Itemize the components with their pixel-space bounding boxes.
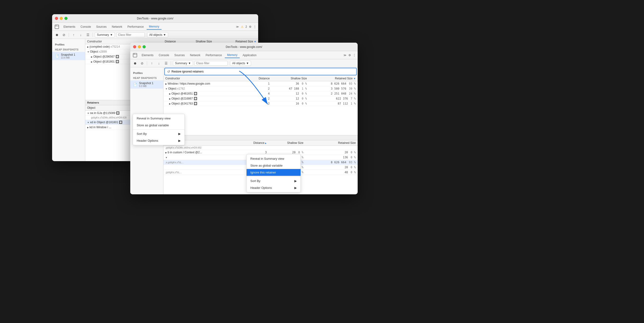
tab-sources-back[interactable]: Sources — [94, 24, 109, 29]
separator-1-front — [147, 61, 147, 65]
tab-performance-back[interactable]: Performance — [125, 24, 146, 29]
devtools-logo-back — [54, 24, 60, 30]
restore-icon: ↺ — [167, 70, 170, 74]
snapshot-item-back[interactable]: 📄 Snapshot 1 13.6 MB — [52, 52, 85, 60]
more-tabs-icon-front[interactable]: ≫ — [344, 54, 346, 57]
col-shallow-front: Shallow Size — [272, 76, 309, 81]
tab-application-front[interactable]: Application — [240, 53, 259, 58]
download-button-back[interactable]: ↓ — [78, 32, 84, 38]
submenu-arrow-sortby-front: ▶ — [294, 179, 297, 183]
tab-console-back[interactable]: Console — [78, 24, 93, 29]
tab-performance-front[interactable]: Performance — [203, 53, 224, 58]
distance-cell: 1 — [246, 81, 272, 86]
distance-cell: 2 — [246, 101, 272, 106]
summary-dropdown-front[interactable]: Summary ▼ — [173, 61, 193, 66]
constructor-cell: ▶Object @461651 🔲 — [164, 91, 246, 96]
tab-memory-front[interactable]: Memory — [225, 52, 240, 58]
maximize-button-back[interactable] — [64, 17, 68, 20]
all-objects-dropdown-front[interactable]: All objects ▼ — [230, 61, 251, 66]
window-title-front: DevTools - www.google.com/ — [226, 45, 262, 49]
tab-bar-back: Elements Console Sources Network Perform… — [52, 23, 258, 31]
record-button-front[interactable]: ⏺ — [132, 61, 138, 66]
distance-cell: 4 — [246, 91, 272, 96]
tab-console-front[interactable]: Console — [156, 53, 172, 58]
profiles-title-back: Profiles — [52, 41, 85, 47]
snapshot-item-front[interactable]: 📄 Snapshot 1 9.3 MB — [130, 80, 163, 89]
upload-button-back[interactable]: ↑ — [71, 32, 76, 38]
clear-button-front[interactable]: ⊘ — [139, 61, 145, 66]
download-button-front[interactable]: ↓ — [156, 61, 162, 66]
maximize-button-front[interactable] — [142, 45, 146, 48]
menu-item-store-back[interactable]: Store as global variable — [133, 122, 184, 129]
retainer-cell: ▼ — [164, 155, 237, 160]
menu-item-reveal-front[interactable]: Reveal in Summary view — [246, 155, 300, 162]
constructor-cell: ▶Object @241763 🔲 — [164, 101, 246, 106]
retainer-cell: ,gddgKe,sTsL... — [164, 170, 237, 175]
restore-ignored-banner[interactable]: ↺ Restore ignored retainers — [164, 68, 357, 75]
menu-item-sortby-front[interactable]: Sort By ▶ — [246, 177, 300, 184]
constructor-table-front: Constructor Distance Shallow Size Retain… — [164, 76, 358, 106]
settings-icon-back[interactable]: ⚙ — [249, 25, 252, 29]
retainer-cell: ,e,gddgKe,sTsL... — [164, 160, 237, 165]
more-tabs-icon-back[interactable]: ≫ — [236, 25, 239, 29]
retainer-cell: ,gddgKe,sTsDMc,dtl0hd,eHDfl:992 — [164, 146, 237, 150]
record-button-back[interactable]: ⏺ — [54, 32, 60, 38]
chevron-down-icon-2-back: ▼ — [163, 33, 166, 37]
separator-2-front — [171, 61, 171, 65]
table-row[interactable]: ▼Object x1782 2 47 188 1 % 3 580 576 39 … — [164, 86, 358, 91]
tab-network-back[interactable]: Network — [110, 24, 124, 29]
minimize-button-back[interactable] — [60, 17, 63, 20]
menu-item-sortby-back[interactable]: Sort By ▶ — [133, 130, 184, 137]
distance-cell: 2 — [246, 96, 272, 101]
table-row[interactable]: ▶Object @461651 🔲 4 12 0 % 2 251 048 24 … — [164, 91, 358, 96]
menu-item-headeropts-back[interactable]: Header Options ▶ — [133, 137, 184, 144]
close-button-front[interactable] — [133, 45, 136, 48]
snapshot-icon-front: 📄 — [133, 83, 137, 87]
context-menu-back: Reveal in Summary view Store as global v… — [133, 114, 185, 145]
devtools-logo-front — [132, 52, 138, 58]
summary-dropdown-back[interactable]: Summary ▼ — [95, 32, 115, 38]
all-objects-dropdown-back[interactable]: All objects ▼ — [147, 32, 168, 38]
collect-button-front[interactable]: ☰ — [163, 61, 169, 66]
minimize-button-front[interactable] — [138, 45, 141, 48]
tab-elements-front[interactable]: Elements — [139, 53, 156, 58]
menu-item-ignore-front[interactable]: Ignore this retainer — [246, 169, 300, 176]
shallow-cell: 47 188 1 % — [272, 86, 309, 91]
svg-rect-0 — [55, 25, 59, 29]
collect-button-back[interactable]: ☰ — [85, 32, 91, 38]
tab-memory-back[interactable]: Memory — [146, 24, 162, 30]
tab-sources-front[interactable]: Sources — [172, 53, 187, 58]
class-filter-input-back[interactable] — [116, 33, 145, 37]
heap-snapshots-title-front: HEAP SNAPSHOTS — [130, 75, 163, 80]
settings-icon-front[interactable]: ⚙ — [348, 54, 351, 57]
table-row[interactable]: ▶Object @216867 🔲 2 12 0 % 622 376 7 % — [164, 96, 358, 101]
constructor-cell: ▼Object x1782 — [164, 86, 246, 91]
retained-cell: 87 112 1 % — [309, 101, 358, 106]
table-row[interactable]: ,gddgKe,sTsDMc,dtl0hd,eHDfl:992 — [164, 146, 358, 150]
upload-button-front[interactable]: ↑ — [149, 61, 155, 66]
tab-elements-back[interactable]: Elements — [61, 24, 78, 29]
more-icon-back[interactable]: ⋮ — [254, 25, 256, 29]
retainer-cell — [164, 165, 237, 170]
more-icon-front[interactable]: ⋮ — [353, 54, 356, 57]
close-button-back[interactable] — [55, 17, 58, 20]
menu-item-headeropts-front[interactable]: Header Options ▶ — [246, 184, 300, 191]
distance-cell: 2 — [246, 86, 272, 91]
retained-cell: 48 0 % — [305, 170, 358, 175]
context-menu-front: Reveal in Summary view Store as global v… — [246, 154, 301, 192]
class-filter-input-front[interactable] — [194, 61, 228, 66]
table-row[interactable]: ▶Object @241763 🔲 2 16 0 % 87 112 1 % — [164, 101, 358, 106]
menu-item-store-front[interactable]: Store as global variable — [246, 162, 300, 169]
distance-cell — [237, 146, 268, 150]
col-retained-front-r: Retained Size — [305, 140, 358, 146]
tab-network-front[interactable]: Network — [188, 53, 203, 58]
clear-button-back[interactable]: ⊘ — [61, 32, 67, 38]
retained-cell: 20 0 % — [305, 150, 358, 155]
separator-1-back — [69, 33, 69, 37]
title-bar-back: DevTools - www.google.com/ — [52, 14, 258, 23]
constructor-table-area-front: Constructor Distance Shallow Size Retain… — [164, 76, 358, 135]
submenu-arrow-sortby-back: ▶ — [178, 132, 181, 136]
tab-bar-front: Elements Console Sources Network Perform… — [130, 51, 358, 59]
menu-item-reveal-back[interactable]: Reveal in Summary view — [133, 115, 184, 122]
table-row[interactable]: ▶Window / https://www.google.com 1 36 0 … — [164, 81, 358, 86]
